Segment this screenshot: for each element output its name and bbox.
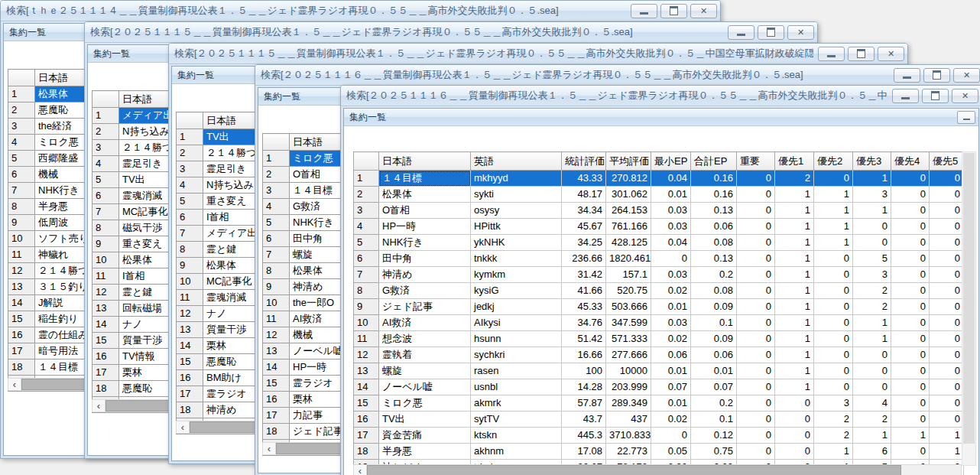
row-number[interactable]: 16	[354, 412, 379, 428]
cell[interactable]: 1	[775, 315, 814, 331]
cell[interactable]: 520.75	[606, 283, 651, 299]
cell[interactable]: ktskn	[471, 428, 562, 444]
cell[interactable]: mkhyyd	[471, 171, 562, 187]
row-number[interactable]: 6	[354, 251, 379, 267]
table-row[interactable]: 18半身悪akhnm17.0822.7730.050.75001601	[354, 444, 964, 460]
row-number[interactable]: 16	[8, 327, 35, 343]
row-number[interactable]: 9	[92, 236, 119, 252]
cell[interactable]: 0	[737, 219, 775, 235]
row-number[interactable]: 17	[92, 365, 119, 381]
cell[interactable]: 571.333	[606, 331, 651, 347]
title-bar[interactable]: 検索[２０２５１１１６＿＿質量制御再現公表１．５＿＿ジェド霊界ラジオ再現０．５５…	[341, 86, 980, 106]
cell[interactable]: 2	[853, 412, 891, 428]
cell[interactable]: 0	[814, 379, 853, 395]
row-number[interactable]: 13	[177, 322, 203, 338]
cell[interactable]: 43.33	[562, 171, 606, 187]
cell[interactable]: 0.13	[691, 203, 737, 219]
cell[interactable]: 0.16	[691, 187, 737, 203]
title-bar[interactable]: 検索[２０２５１１１５＿＿質量制御再現公表１．５＿＿ジェド霊界ラジオ再現０．５５…	[85, 22, 817, 43]
cell[interactable]: 0	[930, 171, 964, 187]
row-number[interactable]: 6	[8, 167, 35, 183]
column-header[interactable]: 日本語	[379, 152, 471, 171]
cell[interactable]: 0	[775, 395, 814, 412]
cell[interactable]: 428.125	[606, 235, 651, 251]
cell[interactable]: 0	[891, 444, 930, 460]
row-number[interactable]: 1	[354, 171, 379, 187]
row-number[interactable]: 4	[263, 199, 290, 215]
cell[interactable]: 0.02	[651, 331, 691, 347]
cell[interactable]: 1	[814, 219, 853, 235]
row-number[interactable]: 10	[8, 231, 35, 247]
table-row[interactable]: 8G救済kysiG41.66520.750.020.08010200	[354, 283, 964, 299]
cell[interactable]: 0	[737, 235, 775, 251]
row-number[interactable]: 11	[263, 311, 290, 327]
cell[interactable]: 1	[814, 187, 853, 203]
scroll-left-button[interactable]: ‹	[177, 421, 190, 433]
cell[interactable]: 0.01	[651, 395, 691, 412]
cell[interactable]: 0	[775, 412, 814, 428]
cell[interactable]: sykti	[471, 187, 562, 203]
cell[interactable]: 1	[814, 444, 853, 460]
cell[interactable]: 0	[930, 203, 964, 219]
row-number[interactable]: 5	[354, 235, 379, 251]
row-number[interactable]: 13	[354, 363, 379, 379]
row-number[interactable]: 1	[92, 108, 119, 124]
cell[interactable]: 0	[891, 299, 930, 315]
cell[interactable]: 0	[930, 331, 964, 347]
cell[interactable]: 0.02	[651, 283, 691, 299]
cell[interactable]: 0	[891, 395, 930, 412]
row-number[interactable]: 13	[8, 279, 35, 295]
cell[interactable]: 2	[814, 428, 853, 444]
cell[interactable]: O首相	[379, 203, 471, 219]
cell[interactable]: 0.06	[691, 219, 737, 235]
row-number[interactable]: 18	[263, 424, 290, 440]
row-number[interactable]: 9	[177, 258, 203, 274]
cell[interactable]: 1	[930, 428, 964, 444]
cell[interactable]: 螺旋	[379, 363, 471, 379]
scrollbar-thumb[interactable]	[963, 153, 975, 444]
row-number[interactable]: 18	[92, 381, 119, 397]
cell[interactable]: 1	[775, 379, 814, 395]
table-row[interactable]: 13螺旋rasen100100000.010.01010000	[354, 363, 964, 379]
cell[interactable]: 45.33	[562, 299, 606, 315]
cell[interactable]: 0	[737, 251, 775, 267]
row-number[interactable]: 3	[177, 161, 203, 177]
cell[interactable]: 34.34	[562, 203, 606, 219]
column-header[interactable]: 平均評価	[606, 152, 651, 171]
cell[interactable]: 0	[930, 347, 964, 363]
row-number[interactable]: 1	[8, 86, 35, 102]
cell[interactable]: 資金苦痛	[379, 428, 471, 444]
cell[interactable]: 0	[891, 171, 930, 187]
cell[interactable]: 0.2	[691, 267, 737, 283]
cell[interactable]: akhnm	[471, 444, 562, 460]
vertical-scrollbar[interactable]	[962, 151, 976, 466]
cell[interactable]: 0	[737, 412, 775, 428]
cell[interactable]: 0.03	[651, 267, 691, 283]
cell[interactable]: tnkkk	[471, 251, 562, 267]
scroll-left-button[interactable]: ‹	[8, 379, 21, 390]
cell[interactable]: 100	[562, 363, 606, 379]
restore-button[interactable]	[848, 47, 875, 61]
cell[interactable]: 1	[775, 235, 814, 251]
cell[interactable]: 22.773	[606, 444, 651, 460]
cell[interactable]: 0	[737, 428, 775, 444]
cell[interactable]: 0.09	[691, 299, 737, 315]
row-number[interactable]: 1	[263, 151, 290, 167]
cell[interactable]: 0.12	[691, 428, 737, 444]
cell[interactable]: 48.17	[562, 187, 606, 203]
title-bar[interactable]: 検索[２０２５１１１５＿＿質量制御再現公表１．５＿＿ジェド霊界ラジオ再現０．５５…	[169, 44, 907, 64]
cell[interactable]: osysy	[471, 203, 562, 219]
row-number[interactable]: 2	[8, 102, 35, 119]
child-title-bar[interactable]: 集約一覧	[344, 109, 978, 126]
close-button[interactable]: ✕	[952, 89, 978, 103]
cell[interactable]: 0	[891, 363, 930, 379]
row-number[interactable]: 12	[263, 327, 290, 343]
row-number[interactable]: 14	[177, 338, 203, 354]
cell[interactable]: 1	[775, 187, 814, 203]
cell[interactable]: 17.08	[562, 444, 606, 460]
row-number[interactable]: 18	[8, 360, 35, 376]
restore-button[interactable]	[922, 89, 949, 103]
cell[interactable]: 0	[853, 219, 891, 235]
cell[interactable]: 0	[891, 412, 930, 428]
cell[interactable]: G救済	[379, 283, 471, 299]
